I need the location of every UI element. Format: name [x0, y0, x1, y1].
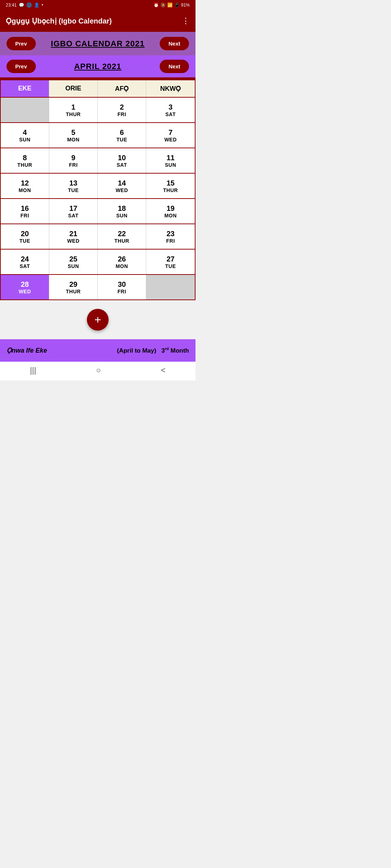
calendar-cell-11[interactable]: 11SUN — [146, 148, 195, 173]
day-name: TUE — [20, 238, 30, 244]
app-title: Ọgụgụ Ụbọchị (Igbo Calendar) — [6, 17, 112, 25]
calendar-cell-2[interactable]: 2FRI — [98, 98, 146, 122]
day-number: 12 — [21, 179, 29, 187]
status-time: 23:41 — [6, 3, 17, 8]
calendar-cell-16[interactable]: 16FRI — [1, 199, 49, 224]
day-number: 25 — [69, 255, 77, 263]
year-nav: Prev IGBO CALENDAR 2021 Next — [0, 32, 196, 55]
day-name: TUE — [68, 187, 79, 193]
day-number: 10 — [118, 153, 126, 162]
calendar-cell-3[interactable]: 3SAT — [146, 98, 195, 122]
dot-icon: • — [42, 3, 43, 8]
calendar-cell-19[interactable]: 19MON — [146, 199, 195, 224]
day-name: MON — [115, 263, 128, 269]
add-button[interactable]: + — [87, 309, 109, 331]
footer-gregorian-month: (April to May) 3rd Month — [117, 346, 189, 354]
calendar: EKE ORIE AFỌ NKWỌ 1THUR2FRI3SAT4SUN5MON6… — [0, 80, 196, 300]
day-name: WED — [164, 137, 177, 142]
day-name: THUR — [114, 238, 129, 244]
header-nkwo: NKWỌ — [146, 80, 195, 97]
year-next-button[interactable]: Next — [160, 37, 189, 50]
calendar-cell-30[interactable]: 30FRI — [98, 275, 146, 299]
day-number: 19 — [167, 204, 175, 213]
calendar-cell-20[interactable]: 20TUE — [1, 224, 49, 249]
day-name: TUE — [117, 137, 127, 142]
status-bar: 23:41 💬 🌐 👤 • ⏰ 🔕 📶 📱 91% — [0, 0, 196, 10]
calendar-cell-23[interactable]: 23FRI — [146, 224, 195, 249]
calendar-cell-22[interactable]: 22THUR — [98, 224, 146, 249]
whatsapp-icon: 💬 — [19, 3, 24, 8]
calendar-row: 1THUR2FRI3SAT — [1, 97, 195, 122]
calendar-cell-5[interactable]: 5MON — [49, 123, 98, 148]
calendar-row: 20TUE21WED22THUR23FRI — [1, 224, 195, 249]
calendar-cell-21[interactable]: 21WED — [49, 224, 98, 249]
day-number: 6 — [120, 128, 124, 137]
day-name: SAT — [20, 263, 30, 269]
calendar-cell-12[interactable]: 12MON — [1, 174, 49, 198]
calendar-cell-8[interactable]: 8THUR — [1, 148, 49, 173]
day-number: 3 — [168, 103, 172, 111]
calendar-row: 12MON13TUE14WED15THUR — [1, 173, 195, 198]
calendar-cell-4[interactable]: 4SUN — [1, 123, 49, 148]
day-number: 29 — [69, 280, 77, 289]
day-name: SAT — [68, 213, 78, 218]
recent-apps-button[interactable]: ||| — [30, 366, 36, 375]
more-options-icon[interactable]: ⋮ — [182, 16, 190, 26]
month-nav: Prev APRIL 2021 Next — [0, 55, 196, 77]
calendar-row: 8THUR9FRI10SAT11SUN — [1, 148, 195, 173]
wifi-icon: 📶 — [167, 3, 173, 8]
calendar-cell-15[interactable]: 15THUR — [146, 174, 195, 198]
day-name: THUR — [66, 111, 81, 117]
day-name: FRI — [20, 213, 29, 218]
home-button[interactable]: ○ — [96, 366, 101, 375]
bottom-nav: ||| ○ < — [0, 362, 196, 380]
calendar-cell-29[interactable]: 29THUR — [49, 275, 98, 299]
calendar-cell-24[interactable]: 24SAT — [1, 250, 49, 274]
day-name: MON — [164, 213, 177, 218]
day-name: MON — [67, 137, 79, 142]
mute-icon: 🔕 — [160, 3, 166, 8]
calendar-cell-empty — [1, 98, 49, 122]
month-next-button[interactable]: Next — [160, 60, 189, 73]
calendar-cell-9[interactable]: 9FRI — [49, 148, 98, 173]
fab-container: + — [0, 300, 196, 339]
year-prev-button[interactable]: Prev — [7, 37, 36, 50]
day-number: 24 — [21, 255, 29, 263]
day-name: WED — [115, 187, 128, 193]
calendar-cell-1[interactable]: 1THUR — [49, 98, 98, 122]
battery-text: 91% — [181, 3, 190, 8]
calendar-cell-14[interactable]: 14WED — [98, 174, 146, 198]
day-name: MON — [18, 187, 31, 193]
calendar-cell-10[interactable]: 10SAT — [98, 148, 146, 173]
day-name: SUN — [116, 213, 127, 218]
day-number: 17 — [69, 204, 77, 213]
person-icon: 👤 — [34, 3, 39, 8]
calendar-cell-18[interactable]: 18SUN — [98, 199, 146, 224]
back-button[interactable]: < — [161, 366, 165, 375]
day-number: 7 — [168, 128, 172, 137]
calendar-cell-26[interactable]: 26MON — [98, 250, 146, 274]
calendar-cell-27[interactable]: 27TUE — [146, 250, 195, 274]
month-prev-button[interactable]: Prev — [7, 60, 36, 73]
day-name: SAT — [165, 111, 176, 117]
calendar-cell-13[interactable]: 13TUE — [49, 174, 98, 198]
app-toolbar: Ọgụgụ Ụbọchị (Igbo Calendar) ⋮ — [0, 10, 196, 32]
calendar-cell-7[interactable]: 7WED — [146, 123, 195, 148]
day-number: 13 — [69, 179, 77, 187]
day-number: 4 — [23, 128, 27, 137]
day-number: 23 — [167, 229, 175, 238]
day-name: TUE — [165, 263, 176, 269]
calendar-rows: 1THUR2FRI3SAT4SUN5MON6TUE7WED8THUR9FRI10… — [1, 97, 195, 299]
header-eke: EKE — [1, 80, 49, 97]
day-name: THUR — [66, 289, 81, 294]
status-right: ⏰ 🔕 📶 📱 91% — [154, 3, 190, 8]
day-number: 9 — [71, 153, 75, 162]
calendar-cell-28[interactable]: 28WED — [1, 275, 49, 299]
day-name: FRI — [117, 111, 126, 117]
calendar-cell-6[interactable]: 6TUE — [98, 123, 146, 148]
day-number: 1 — [71, 103, 75, 111]
calendar-cell-17[interactable]: 17SAT — [49, 199, 98, 224]
calendar-cell-25[interactable]: 25SUN — [49, 250, 98, 274]
day-name: FRI — [166, 238, 175, 244]
day-name: FRI — [117, 289, 126, 294]
